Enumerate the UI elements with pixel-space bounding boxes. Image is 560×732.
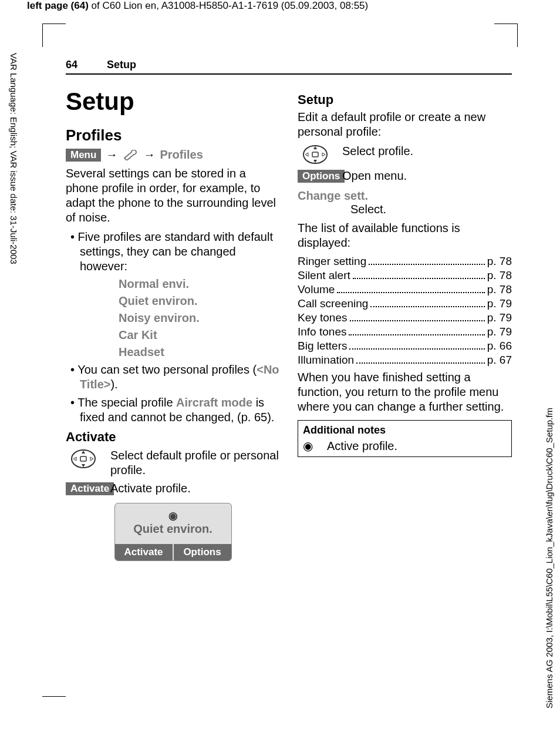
step-activate: Activate Activate profile. (66, 481, 280, 496)
h3-activate: Activate (66, 429, 280, 445)
toc-page: p. 78 (487, 255, 512, 268)
step-select: Select default profile or personal profi… (66, 448, 280, 478)
bullet-standard: Five profiles are standard with default … (66, 230, 280, 274)
svg-marker-4 (73, 457, 76, 461)
softkey-left: Activate (115, 544, 174, 560)
notes-title: Additional notes (303, 424, 507, 436)
notes-text: Active profile. (327, 439, 397, 453)
svg-marker-9 (313, 160, 317, 163)
profile-item: Headset (119, 345, 280, 359)
arrow-icon: → (143, 148, 155, 162)
h1-setup: Setup (66, 88, 280, 116)
bullet-personal: You can set two personal profiles (<No T… (66, 362, 280, 392)
toc-page: p. 79 (487, 311, 512, 324)
bullet-aircraft: The special profile Aircraft mode is fix… (66, 395, 280, 425)
toc-label: Info tones (298, 325, 346, 338)
svg-rect-7 (312, 152, 318, 157)
default-profile-list: Normal envi. Quiet environ. Noisy enviro… (119, 277, 280, 359)
list-intro: The list of available functions is displ… (298, 221, 512, 250)
h2-profiles: Profiles (66, 126, 280, 145)
wrench-icon (122, 150, 139, 160)
running-header: 64 Setup (66, 59, 512, 75)
page-content: 64 Setup Setup Profiles Menu → → Profile… (66, 59, 512, 561)
toc-row: Call screeningp. 79 (298, 297, 512, 310)
navkey-icon (298, 144, 333, 165)
toc-row: Big lettersp. 66 (298, 340, 512, 352)
toc-label: Call screening (298, 297, 368, 310)
doc-meta-header: left page (64) of C60 Lion en, A31008-H5… (27, 0, 368, 12)
toc-page: p. 78 (487, 283, 512, 296)
h3-setup: Setup (298, 92, 512, 108)
svg-rect-1 (80, 456, 86, 461)
toc-label: Illumination (298, 354, 354, 367)
active-dot-icon: ◉ (303, 439, 313, 453)
crop-mark (494, 23, 518, 47)
toc-row: Illuminationp. 67 (298, 354, 512, 367)
phone-title: Quiet environ. (117, 522, 229, 536)
step-text: Open menu. (342, 169, 512, 183)
toc-row: Ringer settingp. 78 (298, 255, 512, 268)
text: The special profile (77, 396, 176, 409)
function-toc: Ringer settingp. 78 Silent alertp. 78 Vo… (298, 255, 512, 367)
crop-mark (42, 23, 66, 47)
profile-item: Quiet environ. (119, 294, 280, 308)
profile-item: Car Kit (119, 328, 280, 342)
toc-page: p. 78 (487, 269, 512, 282)
additional-notes-box: Additional notes ◉ Active profile. (298, 420, 512, 457)
svg-marker-10 (305, 153, 308, 156)
svg-marker-2 (82, 451, 85, 454)
softkey-right: Options (174, 544, 231, 560)
toc-label: Ringer setting (298, 255, 366, 268)
column-right: Setup Edit a default profile or create a… (298, 88, 512, 561)
side-meta-right: Siemens AG 2003, I:\Mobil\L55\C60_Lion_k… (544, 408, 554, 709)
step-open-menu: Options Open menu. (298, 169, 512, 183)
active-dot-icon: ◉ (117, 509, 229, 522)
toc-label: Key tones (298, 311, 348, 324)
nav-path: Menu → → Profiles (66, 148, 280, 162)
toc-label: Big letters (298, 340, 347, 352)
toc-page: p. 79 (487, 297, 512, 310)
nav-profiles-label: Profiles (160, 148, 203, 162)
header-bold: left page (64) (27, 0, 89, 11)
toc-row: Silent alertp. 78 (298, 269, 512, 282)
navkey-icon (66, 448, 101, 469)
toc-page: p. 66 (487, 340, 512, 352)
arrow-icon: → (106, 148, 117, 162)
profile-item: Normal envi. (119, 277, 280, 291)
change-sett-action: Select. (350, 203, 512, 216)
toc-row: Key tonesp. 79 (298, 311, 512, 324)
options-chip: Options (298, 170, 345, 183)
outro-paragraph: When you have finished setting a functio… (298, 370, 512, 414)
crop-mark (494, 673, 518, 697)
intro-paragraph: Several settings can be stored in a phon… (66, 166, 280, 225)
step-text: Activate profile. (110, 481, 280, 496)
svg-marker-3 (82, 464, 85, 467)
page-number: 64 (66, 59, 77, 71)
toc-row: Volumep. 78 (298, 283, 512, 296)
column-left: Setup Profiles Menu → → Profiles Several… (66, 88, 280, 561)
svg-marker-5 (90, 457, 93, 461)
side-meta-left: VAR Language: English; VAR issue date: 3… (9, 53, 19, 264)
svg-marker-11 (322, 153, 325, 156)
text: ). (110, 378, 117, 391)
menu-chip: Menu (66, 149, 101, 162)
step-select-profile: Select profile. (298, 144, 512, 165)
toc-page: p. 67 (487, 354, 512, 367)
activate-chip: Activate (66, 482, 114, 495)
header-rest: of C60 Lion en, A31008-H5850-A1-1-7619 (… (89, 0, 368, 11)
svg-marker-8 (313, 146, 317, 149)
crop-mark (42, 673, 66, 697)
phone-screenshot: ◉ Quiet environ. Activate Options (114, 503, 232, 561)
aircraft-mode-label: Aircraft mode (176, 396, 252, 409)
toc-label: Volume (298, 283, 335, 296)
profile-item: Noisy environ. (119, 311, 280, 325)
page-section: Setup (107, 59, 136, 71)
step-text: Select default profile or personal profi… (110, 448, 280, 478)
change-sett-label: Change sett. (298, 189, 512, 203)
step-text: Select profile. (342, 144, 512, 159)
toc-label: Silent alert (298, 269, 350, 282)
text: You can set two personal profiles ( (77, 363, 257, 376)
right-intro: Edit a default profile or create a new p… (298, 110, 512, 139)
toc-page: p. 79 (487, 325, 512, 338)
toc-row: Info tonesp. 79 (298, 325, 512, 338)
